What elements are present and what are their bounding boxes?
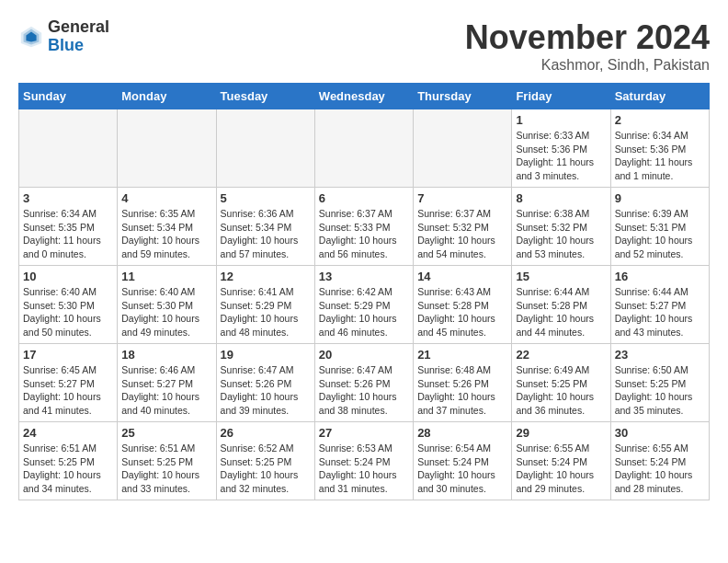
day-info: Sunrise: 6:55 AMSunset: 5:24 PMDaylight:… [516, 442, 606, 496]
weekday-header-friday: Friday [512, 84, 610, 109]
calendar-cell: 9Sunrise: 6:39 AMSunset: 5:31 PMDaylight… [610, 188, 709, 266]
day-number: 28 [417, 426, 507, 440]
day-number: 6 [319, 191, 409, 205]
day-info: Sunrise: 6:36 AMSunset: 5:34 PMDaylight:… [221, 207, 311, 261]
day-number: 12 [221, 270, 311, 283]
day-info: Sunrise: 6:49 AMSunset: 5:25 PMDaylight:… [516, 363, 606, 418]
calendar-cell: 15Sunrise: 6:44 AMSunset: 5:28 PMDayligh… [512, 266, 610, 344]
day-number: 5 [221, 191, 311, 205]
day-info: Sunrise: 6:42 AMSunset: 5:29 PMDaylight:… [319, 285, 409, 339]
day-number: 30 [615, 426, 705, 440]
weekday-header-tuesday: Tuesday [216, 84, 314, 109]
week-row-2: 3Sunrise: 6:34 AMSunset: 5:35 PMDaylight… [19, 188, 710, 266]
calendar-cell: 26Sunrise: 6:52 AMSunset: 5:25 PMDayligh… [216, 422, 314, 500]
calendar-cell: 10Sunrise: 6:40 AMSunset: 5:30 PMDayligh… [19, 266, 118, 344]
day-number: 24 [23, 426, 113, 440]
weekday-header-sunday: Sunday [19, 84, 118, 109]
day-info: Sunrise: 6:41 AMSunset: 5:29 PMDaylight:… [221, 285, 311, 339]
day-number: 25 [121, 426, 211, 440]
calendar-cell [414, 109, 512, 188]
day-number: 4 [121, 191, 211, 205]
day-info: Sunrise: 6:45 AMSunset: 5:27 PMDaylight:… [23, 363, 113, 418]
day-info: Sunrise: 6:38 AMSunset: 5:32 PMDaylight:… [516, 207, 606, 261]
weekday-header-wednesday: Wednesday [314, 84, 413, 109]
calendar-cell: 4Sunrise: 6:35 AMSunset: 5:34 PMDaylight… [118, 188, 216, 266]
calendar-cell: 5Sunrise: 6:36 AMSunset: 5:34 PMDaylight… [216, 188, 314, 266]
day-number: 2 [615, 113, 705, 127]
weekday-header-row: SundayMondayTuesdayWednesdayThursdayFrid… [19, 84, 710, 109]
day-number: 22 [516, 348, 606, 362]
calendar-cell: 23Sunrise: 6:50 AMSunset: 5:25 PMDayligh… [610, 344, 709, 422]
weekday-header-monday: Monday [118, 84, 216, 109]
day-info: Sunrise: 6:37 AMSunset: 5:33 PMDaylight:… [319, 207, 409, 261]
day-info: Sunrise: 6:43 AMSunset: 5:28 PMDaylight:… [417, 285, 507, 339]
day-number: 13 [319, 270, 409, 283]
day-info: Sunrise: 6:40 AMSunset: 5:30 PMDaylight:… [23, 285, 113, 339]
calendar-cell: 19Sunrise: 6:47 AMSunset: 5:26 PMDayligh… [216, 344, 314, 422]
day-info: Sunrise: 6:37 AMSunset: 5:32 PMDaylight:… [417, 207, 507, 261]
month-title: November 2024 [465, 18, 710, 57]
day-info: Sunrise: 6:48 AMSunset: 5:26 PMDaylight:… [417, 363, 507, 418]
day-info: Sunrise: 6:34 AMSunset: 5:35 PMDaylight:… [23, 207, 113, 261]
day-number: 29 [516, 426, 606, 440]
calendar-cell: 13Sunrise: 6:42 AMSunset: 5:29 PMDayligh… [314, 266, 413, 344]
calendar-cell [216, 109, 314, 188]
day-number: 8 [516, 191, 606, 205]
calendar-cell: 30Sunrise: 6:55 AMSunset: 5:24 PMDayligh… [610, 422, 709, 500]
calendar-cell: 17Sunrise: 6:45 AMSunset: 5:27 PMDayligh… [19, 344, 118, 422]
calendar-cell: 24Sunrise: 6:51 AMSunset: 5:25 PMDayligh… [19, 422, 118, 500]
calendar-cell: 18Sunrise: 6:46 AMSunset: 5:27 PMDayligh… [118, 344, 216, 422]
calendar-cell: 8Sunrise: 6:38 AMSunset: 5:32 PMDaylight… [512, 188, 610, 266]
day-info: Sunrise: 6:53 AMSunset: 5:24 PMDaylight:… [319, 442, 409, 496]
day-info: Sunrise: 6:44 AMSunset: 5:28 PMDaylight:… [516, 285, 606, 339]
day-info: Sunrise: 6:47 AMSunset: 5:26 PMDaylight:… [221, 363, 311, 418]
calendar-cell: 25Sunrise: 6:51 AMSunset: 5:25 PMDayligh… [118, 422, 216, 500]
day-number: 17 [23, 348, 113, 362]
day-info: Sunrise: 6:35 AMSunset: 5:34 PMDaylight:… [121, 207, 211, 261]
day-number: 1 [516, 113, 606, 127]
calendar-cell: 20Sunrise: 6:47 AMSunset: 5:26 PMDayligh… [314, 344, 413, 422]
logo: General Blue [18, 18, 109, 55]
day-info: Sunrise: 6:34 AMSunset: 5:36 PMDaylight:… [615, 129, 705, 183]
calendar-cell: 22Sunrise: 6:49 AMSunset: 5:25 PMDayligh… [512, 344, 610, 422]
week-row-3: 10Sunrise: 6:40 AMSunset: 5:30 PMDayligh… [19, 266, 710, 344]
day-number: 18 [121, 348, 211, 362]
calendar-cell: 12Sunrise: 6:41 AMSunset: 5:29 PMDayligh… [216, 266, 314, 344]
day-info: Sunrise: 6:50 AMSunset: 5:25 PMDaylight:… [615, 363, 705, 418]
location: Kashmor, Sindh, Pakistan [465, 57, 710, 74]
weekday-header-thursday: Thursday [414, 84, 512, 109]
day-info: Sunrise: 6:46 AMSunset: 5:27 PMDaylight:… [121, 363, 211, 418]
day-number: 14 [417, 270, 507, 283]
calendar-table: SundayMondayTuesdayWednesdayThursdayFrid… [18, 83, 710, 500]
day-info: Sunrise: 6:55 AMSunset: 5:24 PMDaylight:… [615, 442, 705, 496]
logo-icon [18, 24, 44, 50]
logo-text: General Blue [48, 18, 109, 55]
calendar-cell: 27Sunrise: 6:53 AMSunset: 5:24 PMDayligh… [314, 422, 413, 500]
weekday-header-saturday: Saturday [610, 84, 709, 109]
calendar-cell: 3Sunrise: 6:34 AMSunset: 5:35 PMDaylight… [19, 188, 118, 266]
day-number: 10 [23, 270, 113, 283]
calendar-cell [19, 109, 118, 188]
calendar-cell: 16Sunrise: 6:44 AMSunset: 5:27 PMDayligh… [610, 266, 709, 344]
day-number: 3 [23, 191, 113, 205]
calendar-cell: 21Sunrise: 6:48 AMSunset: 5:26 PMDayligh… [414, 344, 512, 422]
day-info: Sunrise: 6:39 AMSunset: 5:31 PMDaylight:… [615, 207, 705, 261]
day-number: 21 [417, 348, 507, 362]
day-number: 26 [221, 426, 311, 440]
day-number: 20 [319, 348, 409, 362]
calendar-cell: 7Sunrise: 6:37 AMSunset: 5:32 PMDaylight… [414, 188, 512, 266]
day-info: Sunrise: 6:44 AMSunset: 5:27 PMDaylight:… [615, 285, 705, 339]
day-number: 15 [516, 270, 606, 283]
calendar-cell [314, 109, 413, 188]
day-number: 16 [615, 270, 705, 283]
calendar-cell: 14Sunrise: 6:43 AMSunset: 5:28 PMDayligh… [414, 266, 512, 344]
title-block: November 2024 Kashmor, Sindh, Pakistan [465, 18, 710, 74]
day-info: Sunrise: 6:40 AMSunset: 5:30 PMDaylight:… [121, 285, 211, 339]
day-info: Sunrise: 6:54 AMSunset: 5:24 PMDaylight:… [417, 442, 507, 496]
day-info: Sunrise: 6:33 AMSunset: 5:36 PMDaylight:… [516, 129, 606, 183]
day-info: Sunrise: 6:47 AMSunset: 5:26 PMDaylight:… [319, 363, 409, 418]
day-info: Sunrise: 6:52 AMSunset: 5:25 PMDaylight:… [221, 442, 311, 496]
day-number: 23 [615, 348, 705, 362]
calendar-cell: 28Sunrise: 6:54 AMSunset: 5:24 PMDayligh… [414, 422, 512, 500]
day-number: 27 [319, 426, 409, 440]
